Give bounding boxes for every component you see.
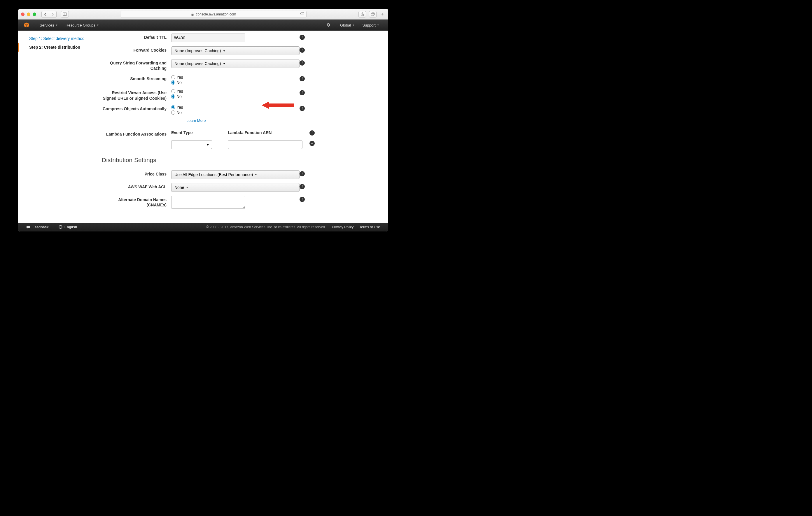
notifications-button[interactable] xyxy=(322,23,335,27)
distribution-settings-heading: Distribution Settings xyxy=(102,156,379,165)
query-string-value: None (Improves Caching) xyxy=(174,61,221,66)
info-icon[interactable]: i xyxy=(299,48,305,53)
query-string-select[interactable]: None (Improves Caching) ▾ xyxy=(171,59,299,68)
browser-window: console.aws.amazon.com + Services ▾ Reso… xyxy=(18,9,388,232)
info-icon[interactable]: i xyxy=(299,197,305,202)
show-tabs-button[interactable] xyxy=(369,11,377,18)
feedback-link[interactable]: Feedback xyxy=(23,225,52,229)
share-button[interactable] xyxy=(358,11,366,18)
radio-no-label: No xyxy=(176,110,182,115)
address-bar[interactable]: console.aws.amazon.com xyxy=(121,11,307,18)
distribution-form: Default TTL i Forward Cookies None (Impr… xyxy=(96,31,388,223)
aws-logo-icon[interactable] xyxy=(23,22,30,28)
share-icon xyxy=(360,12,364,16)
waf-value: None xyxy=(174,185,184,190)
support-label: Support xyxy=(362,23,376,27)
url-text: console.aws.amazon.com xyxy=(196,12,236,16)
price-class-value: Use All Edge Locations (Best Performance… xyxy=(174,172,253,177)
info-icon[interactable]: i xyxy=(299,106,305,111)
default-ttl-input[interactable] xyxy=(171,33,245,42)
lambda-arn-input[interactable] xyxy=(228,140,302,149)
forward-button[interactable] xyxy=(49,11,57,18)
privacy-policy-link[interactable]: Privacy Policy xyxy=(329,225,357,229)
speech-bubble-icon xyxy=(26,225,30,229)
forward-cookies-value: None (Improves Caching) xyxy=(174,49,221,53)
content-area: Step 1: Select delivery method Step 2: C… xyxy=(18,31,388,223)
terms-of-use-link[interactable]: Terms of Use xyxy=(356,225,383,229)
info-icon[interactable]: i xyxy=(299,171,305,176)
cnames-label: Alternate Domain Names (CNAMEs) xyxy=(102,196,171,208)
restrict-viewer-row: Restrict Viewer Access (Use Signed URLs … xyxy=(102,89,379,100)
svg-rect-2 xyxy=(192,14,194,16)
lambda-arn-header: Lambda Function ARN xyxy=(228,130,302,135)
forward-cookies-label: Forward Cookies xyxy=(102,47,171,53)
resource-groups-menu[interactable]: Resource Groups ▾ xyxy=(62,23,103,27)
services-menu[interactable]: Services ▾ xyxy=(36,23,62,27)
svg-rect-0 xyxy=(63,13,67,16)
language-label: English xyxy=(64,225,77,229)
close-window-button[interactable] xyxy=(21,12,25,16)
info-icon[interactable]: i xyxy=(299,76,305,81)
forward-cookies-row: Forward Cookies None (Improves Caching) … xyxy=(102,47,379,55)
lambda-event-type-select[interactable]: ▾ xyxy=(171,140,212,149)
wizard-steps-nav: Step 1: Select delivery method Step 2: C… xyxy=(18,31,96,223)
back-button[interactable] xyxy=(41,11,49,18)
lambda-event-type-header: Event Type xyxy=(171,130,212,135)
smooth-streaming-yes[interactable]: Yes xyxy=(171,75,299,80)
price-class-select[interactable]: Use All Edge Locations (Best Performance… xyxy=(171,170,299,179)
minimize-window-button[interactable] xyxy=(27,12,30,16)
chevron-down-icon: ▾ xyxy=(186,186,188,189)
query-string-label: Query String Forwarding and Caching xyxy=(102,59,171,71)
compress-objects-no[interactable]: No xyxy=(171,110,299,115)
forward-cookies-select[interactable]: None (Improves Caching) ▾ xyxy=(171,47,299,55)
safari-toolbar: console.aws.amazon.com + xyxy=(18,9,388,20)
add-lambda-button[interactable]: + xyxy=(310,141,315,146)
step-2-link[interactable]: Step 2: Create distribution xyxy=(18,43,96,52)
lock-icon xyxy=(191,12,194,16)
svg-marker-6 xyxy=(24,24,27,27)
cnames-row: Alternate Domain Names (CNAMEs) i xyxy=(102,196,379,209)
cnames-input[interactable] xyxy=(171,196,245,209)
price-class-row: Price Class Use All Edge Locations (Best… xyxy=(102,170,379,179)
compress-objects-row: Compress Objects Automatically Yes No Le… xyxy=(102,105,379,123)
waf-select[interactable]: None ▾ xyxy=(171,183,299,192)
chevron-down-icon: ▾ xyxy=(56,24,57,27)
reload-icon xyxy=(300,12,304,16)
info-icon[interactable]: i xyxy=(299,60,305,66)
info-icon[interactable]: i xyxy=(299,90,305,95)
radio-no-label: No xyxy=(176,80,182,85)
support-menu[interactable]: Support ▾ xyxy=(358,23,383,27)
show-sidebar-button[interactable] xyxy=(61,11,69,18)
info-icon[interactable]: i xyxy=(299,35,305,40)
aws-footer: Feedback English © 2008 - 2017, Amazon W… xyxy=(18,223,388,232)
maximize-window-button[interactable] xyxy=(33,12,36,16)
radio-no-label: No xyxy=(176,94,182,99)
reload-button[interactable] xyxy=(300,12,304,17)
feedback-label: Feedback xyxy=(32,225,49,229)
step-1-link[interactable]: Step 1: Select delivery method xyxy=(18,34,96,43)
svg-rect-4 xyxy=(371,13,374,16)
svg-marker-7 xyxy=(27,24,29,27)
info-icon[interactable]: i xyxy=(310,130,315,135)
learn-more-link[interactable]: Learn More xyxy=(186,118,299,123)
window-controls xyxy=(21,12,36,16)
chevron-down-icon: ▾ xyxy=(224,62,225,65)
query-string-row: Query String Forwarding and Caching None… xyxy=(102,59,379,71)
new-tab-button[interactable]: + xyxy=(379,11,385,17)
smooth-streaming-no[interactable]: No xyxy=(171,80,299,85)
region-menu[interactable]: Global ▾ xyxy=(336,23,358,27)
language-selector[interactable]: English xyxy=(56,225,80,229)
restrict-viewer-no[interactable]: No xyxy=(171,94,299,99)
radio-yes-label: Yes xyxy=(176,75,183,80)
globe-icon xyxy=(59,225,62,229)
svg-marker-8 xyxy=(262,101,294,109)
restrict-viewer-yes[interactable]: Yes xyxy=(171,89,299,94)
bell-icon xyxy=(326,23,331,27)
annotation-arrow-icon xyxy=(262,101,294,109)
chevron-right-icon xyxy=(51,12,54,16)
chevron-down-icon: ▾ xyxy=(255,173,257,176)
toolbar-right: + xyxy=(358,11,385,18)
info-icon[interactable]: i xyxy=(299,184,305,189)
sidebar-icon xyxy=(63,12,67,16)
price-class-label: Price Class xyxy=(102,170,171,177)
